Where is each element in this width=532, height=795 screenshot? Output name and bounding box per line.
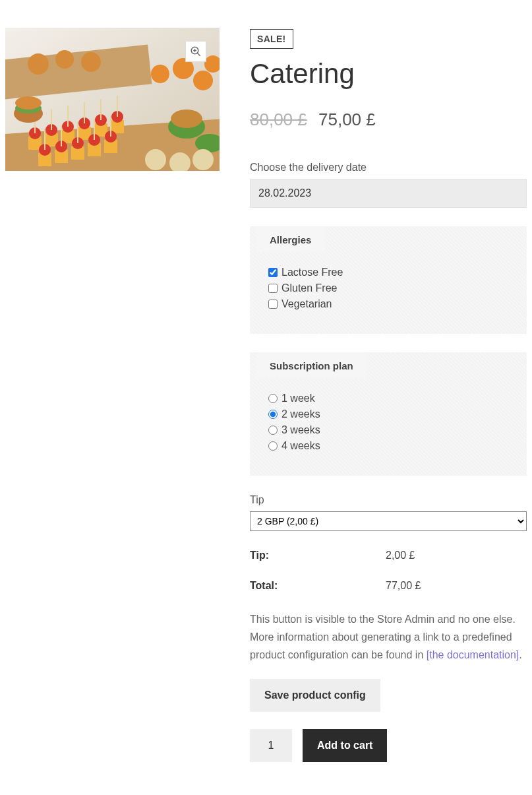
subscription-option-label: 4 weeks [281,440,320,452]
tip-select[interactable]: 2 GBP (2,00 £) [250,511,527,531]
product-title: Catering [250,58,527,90]
subscription-option[interactable]: 1 week [268,393,508,404]
allergy-checkbox[interactable] [268,284,278,293]
svg-line-53 [197,53,200,56]
summary-total-label: Total: [250,580,386,592]
subscription-radio[interactable] [268,441,278,451]
svg-point-44 [171,110,202,128]
svg-point-48 [192,149,214,170]
delivery-date-label: Choose the delivery date [250,162,527,174]
allergy-option[interactable]: Gluten Free [268,282,508,294]
svg-point-3 [28,53,49,75]
subscription-option[interactable]: 2 weeks [268,408,508,420]
svg-point-51 [15,96,42,110]
subscription-title: Subscription plan [256,352,367,378]
price: 80,00 £ 75,00 £ [250,110,527,130]
allergy-option-label: Gluten Free [281,282,337,294]
subscription-option-label: 3 weeks [281,424,320,436]
summary-tip: Tip: 2,00 £ [250,550,527,561]
allergies-group: Allergies Lactose Free Gluten Free Veget… [250,226,527,334]
quantity-input[interactable] [250,729,292,762]
summary-total: Total: 77,00 £ [250,580,527,592]
svg-point-46 [145,149,166,170]
allergies-title: Allergies [256,226,324,252]
svg-point-5 [81,52,101,72]
zoom-icon[interactable] [185,41,206,62]
svg-point-4 [55,50,74,69]
save-config-button[interactable]: Save product config [250,679,380,712]
subscription-option-label: 1 week [281,393,315,404]
subscription-radio[interactable] [268,426,278,435]
subscription-option[interactable]: 3 weeks [268,424,508,436]
documentation-link[interactable]: [the documentation] [427,649,519,660]
svg-point-8 [193,71,213,90]
price-new: 75,00 £ [318,110,376,129]
tip-label: Tip [250,494,527,506]
allergy-option[interactable]: Lactose Free [268,267,508,278]
allergy-option-label: Vegetarian [281,298,332,310]
summary-total-value: 77,00 £ [386,580,421,592]
subscription-radio[interactable] [268,394,278,403]
product-image[interactable] [5,28,220,171]
price-old: 80,00 £ [250,110,307,129]
subscription-group: Subscription plan 1 week 2 weeks 3 weeks… [250,352,527,476]
summary-tip-value: 2,00 £ [386,550,415,561]
allergy-option[interactable]: Vegetarian [268,298,508,310]
svg-point-6 [151,65,169,83]
allergy-checkbox[interactable] [268,300,278,309]
subscription-radio[interactable] [268,410,278,419]
admin-note: This button is visible to the Store Admi… [250,610,527,664]
sale-badge: SALE! [250,29,293,49]
allergy-option-label: Lactose Free [281,267,343,278]
allergy-checkbox[interactable] [268,268,278,277]
subscription-option-label: 2 weeks [281,408,320,420]
add-to-cart-button[interactable]: Add to cart [303,729,387,762]
subscription-option[interactable]: 4 weeks [268,440,508,452]
delivery-date-input[interactable]: 28.02.2023 [250,179,527,208]
summary-tip-label: Tip: [250,550,386,561]
